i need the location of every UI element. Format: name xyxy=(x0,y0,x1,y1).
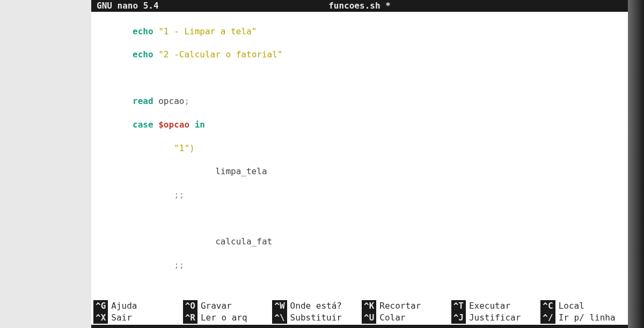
shortcut-label: Colar xyxy=(379,312,405,324)
case-terminator: ;; xyxy=(174,260,184,270)
variable: $opcao xyxy=(158,120,189,130)
identifier: opcao xyxy=(158,96,184,106)
key-label: ^C xyxy=(540,300,555,312)
keyword-case: case xyxy=(133,120,153,130)
shortcut-label: Gravar xyxy=(201,300,232,312)
shortcut-label: Local xyxy=(559,300,584,312)
keyword-echo: echo xyxy=(133,49,153,59)
shortcut-help[interactable]: ^GAjuda xyxy=(91,300,181,312)
key-label: ^O xyxy=(183,300,197,312)
keyword-in: in xyxy=(195,120,205,130)
keyword-read: read xyxy=(133,96,153,106)
string-literal: "1 - Limpar a tela" xyxy=(158,26,257,36)
shortcut-label: Ajuda xyxy=(111,300,137,312)
shortcut-label: Sair xyxy=(111,312,132,324)
nano-titlebar: GNU nano 5.4 funcoes.sh * xyxy=(91,0,628,12)
key-label: ^R xyxy=(183,312,197,324)
shortcut-row-1: ^GAjuda ^OGravar ^WOnde está? ^KRecortar… xyxy=(91,300,628,312)
shortcut-row-2: ^XSair ^RLer o arq ^\Substituir ^UColar … xyxy=(91,312,628,324)
terminal-window: GNU nano 5.4 funcoes.sh * echo "1 - Limp… xyxy=(91,0,628,328)
shortcut-writeout[interactable]: ^OGravar xyxy=(181,300,270,312)
shortcut-justify[interactable]: ^JJustificar xyxy=(449,312,539,324)
shortcut-label: Ler o arq xyxy=(201,312,247,324)
shortcut-label: Executar xyxy=(469,300,510,312)
key-label: ^J xyxy=(451,312,466,324)
shortcut-readfile[interactable]: ^RLer o arq xyxy=(181,312,270,324)
string-literal: "2 -Calcular o fatorial" xyxy=(158,49,282,59)
keyword-echo: echo xyxy=(133,26,153,36)
shortcut-cut[interactable]: ^KRecortar xyxy=(360,300,449,312)
key-label: ^\ xyxy=(272,312,287,324)
key-label: ^G xyxy=(93,300,108,312)
nano-app-name: GNU nano 5.4 xyxy=(97,0,159,12)
shortcut-exit[interactable]: ^XSair xyxy=(91,312,181,324)
key-label: ^/ xyxy=(540,312,555,324)
nano-filename: funcoes.sh * xyxy=(328,0,391,12)
function-call: calcula_fat xyxy=(215,236,272,247)
case-pattern: "1") xyxy=(174,143,195,153)
shortcut-execute[interactable]: ^TExecutar xyxy=(449,300,539,312)
key-label: ^X xyxy=(93,312,108,324)
key-label: ^W xyxy=(272,300,287,312)
function-call: limpa_tela xyxy=(215,166,267,176)
shortcut-location[interactable]: ^CLocal xyxy=(538,300,628,312)
shortcut-paste[interactable]: ^UColar xyxy=(360,312,449,324)
key-label: ^U xyxy=(362,312,376,324)
shortcut-label: Ir p/ linha xyxy=(559,312,616,324)
shortcut-label: Justificar xyxy=(469,312,521,324)
shortcut-label: Recortar xyxy=(379,300,421,312)
key-label: ^T xyxy=(451,300,466,312)
key-label: ^K xyxy=(362,300,376,312)
shortcut-gotoline[interactable]: ^/Ir p/ linha xyxy=(538,312,628,324)
shortcut-label: Onde está? xyxy=(290,300,342,312)
bottom-dark-strip xyxy=(91,325,628,328)
case-terminator: ;; xyxy=(174,190,184,200)
shortcut-label: Substituir xyxy=(290,312,342,324)
editor-area[interactable]: echo "1 - Limpar a tela" echo "2 -Calcul… xyxy=(91,12,628,328)
monitor-bezel xyxy=(628,0,644,328)
shortcut-replace[interactable]: ^\Substituir xyxy=(270,312,360,324)
shortcut-whereis[interactable]: ^WOnde está? xyxy=(270,300,360,312)
nano-shortcut-bar: ^GAjuda ^OGravar ^WOnde está? ^KRecortar… xyxy=(91,300,628,324)
